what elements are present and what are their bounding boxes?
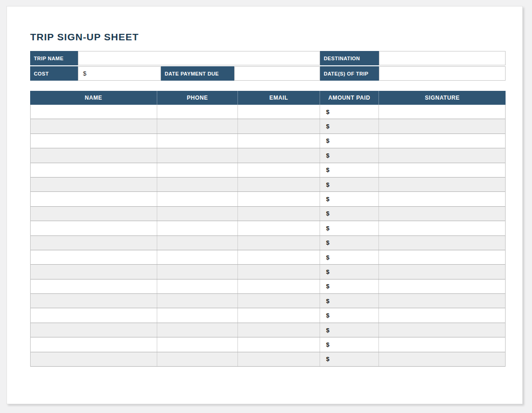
amount-paid-cell[interactable]: $ bbox=[320, 236, 379, 250]
signature-cell[interactable] bbox=[379, 337, 505, 351]
phone-cell[interactable] bbox=[157, 280, 238, 293]
name-cell[interactable] bbox=[31, 236, 157, 250]
date-payment-due-field[interactable] bbox=[234, 66, 320, 81]
email-cell[interactable] bbox=[238, 265, 320, 279]
email-cell[interactable] bbox=[238, 207, 320, 221]
signature-cell[interactable] bbox=[379, 323, 505, 337]
trip-name-field[interactable] bbox=[78, 51, 320, 65]
signature-cell[interactable] bbox=[379, 250, 505, 264]
name-cell[interactable] bbox=[31, 192, 157, 206]
name-cell[interactable] bbox=[31, 250, 157, 264]
signature-cell[interactable] bbox=[379, 105, 505, 119]
email-cell[interactable] bbox=[238, 163, 320, 177]
phone-cell[interactable] bbox=[157, 221, 238, 235]
signature-cell[interactable] bbox=[379, 163, 505, 177]
name-cell[interactable] bbox=[31, 265, 157, 279]
name-cell[interactable] bbox=[31, 294, 157, 308]
amount-paid-cell[interactable]: $ bbox=[320, 352, 379, 366]
phone-cell[interactable] bbox=[157, 337, 238, 351]
phone-cell[interactable] bbox=[157, 105, 238, 119]
signature-cell[interactable] bbox=[379, 207, 505, 221]
email-cell[interactable] bbox=[238, 294, 320, 308]
signature-cell[interactable] bbox=[379, 192, 505, 206]
email-cell[interactable] bbox=[238, 280, 320, 293]
dates-of-trip-field[interactable] bbox=[379, 66, 506, 81]
phone-cell[interactable] bbox=[157, 134, 238, 148]
amount-paid-cell[interactable]: $ bbox=[320, 294, 379, 308]
amount-paid-cell[interactable]: $ bbox=[320, 308, 379, 322]
signature-cell[interactable] bbox=[379, 294, 505, 308]
amount-paid-cell[interactable]: $ bbox=[320, 148, 379, 162]
amount-paid-cell[interactable]: $ bbox=[320, 119, 379, 133]
phone-cell[interactable] bbox=[157, 119, 238, 133]
email-cell[interactable] bbox=[238, 236, 320, 250]
email-cell[interactable] bbox=[238, 352, 320, 366]
email-cell[interactable] bbox=[238, 308, 320, 322]
name-cell[interactable] bbox=[31, 119, 157, 133]
signature-cell[interactable] bbox=[379, 178, 505, 191]
amount-paid-cell[interactable]: $ bbox=[320, 221, 379, 235]
email-cell[interactable] bbox=[238, 119, 320, 133]
name-cell[interactable] bbox=[31, 178, 157, 191]
amount-paid-cell[interactable]: $ bbox=[320, 323, 379, 337]
name-cell[interactable] bbox=[31, 337, 157, 351]
amount-paid-cell[interactable]: $ bbox=[320, 178, 379, 191]
phone-cell[interactable] bbox=[157, 178, 238, 191]
signature-cell[interactable] bbox=[379, 280, 505, 293]
phone-cell[interactable] bbox=[157, 148, 238, 162]
name-cell[interactable] bbox=[31, 352, 157, 366]
email-cell[interactable] bbox=[238, 337, 320, 351]
name-cell[interactable] bbox=[31, 105, 157, 119]
name-cell[interactable] bbox=[31, 148, 157, 162]
amount-paid-cell[interactable]: $ bbox=[320, 265, 379, 279]
destination-field[interactable] bbox=[379, 51, 506, 65]
name-cell[interactable] bbox=[31, 221, 157, 235]
name-cell[interactable] bbox=[31, 280, 157, 293]
phone-cell[interactable] bbox=[157, 236, 238, 250]
phone-cell[interactable] bbox=[157, 323, 238, 337]
amount-paid-cell[interactable]: $ bbox=[320, 337, 379, 351]
email-cell[interactable] bbox=[238, 178, 320, 191]
name-cell[interactable] bbox=[31, 134, 157, 148]
email-cell[interactable] bbox=[238, 221, 320, 235]
signature-cell[interactable] bbox=[379, 119, 505, 133]
amount-paid-cell[interactable]: $ bbox=[320, 207, 379, 221]
name-cell[interactable] bbox=[31, 163, 157, 177]
trip-info-row-1: TRIP NAME DESTINATION bbox=[30, 51, 506, 65]
table-row: $ bbox=[31, 308, 505, 323]
phone-cell[interactable] bbox=[157, 207, 238, 221]
signature-cell[interactable] bbox=[379, 265, 505, 279]
phone-cell[interactable] bbox=[157, 294, 238, 308]
cost-field[interactable]: $ bbox=[78, 66, 161, 81]
signature-cell[interactable] bbox=[379, 236, 505, 250]
column-header-email: EMAIL bbox=[238, 91, 320, 105]
amount-paid-cell[interactable]: $ bbox=[320, 134, 379, 148]
phone-cell[interactable] bbox=[157, 308, 238, 322]
amount-paid-cell[interactable]: $ bbox=[320, 250, 379, 264]
signature-cell[interactable] bbox=[379, 352, 505, 366]
signature-cell[interactable] bbox=[379, 308, 505, 322]
amount-paid-cell[interactable]: $ bbox=[320, 163, 379, 177]
phone-cell[interactable] bbox=[157, 250, 238, 264]
signature-cell[interactable] bbox=[379, 134, 505, 148]
amount-paid-cell[interactable]: $ bbox=[320, 192, 379, 206]
amount-paid-cell[interactable]: $ bbox=[320, 280, 379, 293]
name-cell[interactable] bbox=[31, 323, 157, 337]
email-cell[interactable] bbox=[238, 134, 320, 148]
email-cell[interactable] bbox=[238, 105, 320, 119]
signature-cell[interactable] bbox=[379, 148, 505, 162]
phone-cell[interactable] bbox=[157, 352, 238, 366]
email-cell[interactable] bbox=[238, 323, 320, 337]
phone-cell[interactable] bbox=[157, 265, 238, 279]
email-cell[interactable] bbox=[238, 250, 320, 264]
signature-cell[interactable] bbox=[379, 221, 505, 235]
name-cell[interactable] bbox=[31, 308, 157, 322]
amount-paid-cell[interactable]: $ bbox=[320, 105, 379, 119]
email-cell[interactable] bbox=[238, 148, 320, 162]
phone-cell[interactable] bbox=[157, 163, 238, 177]
name-cell[interactable] bbox=[31, 207, 157, 221]
phone-cell[interactable] bbox=[157, 192, 238, 206]
table-row: $ bbox=[31, 323, 505, 337]
email-cell[interactable] bbox=[238, 192, 320, 206]
cost-label: COST bbox=[30, 66, 78, 81]
